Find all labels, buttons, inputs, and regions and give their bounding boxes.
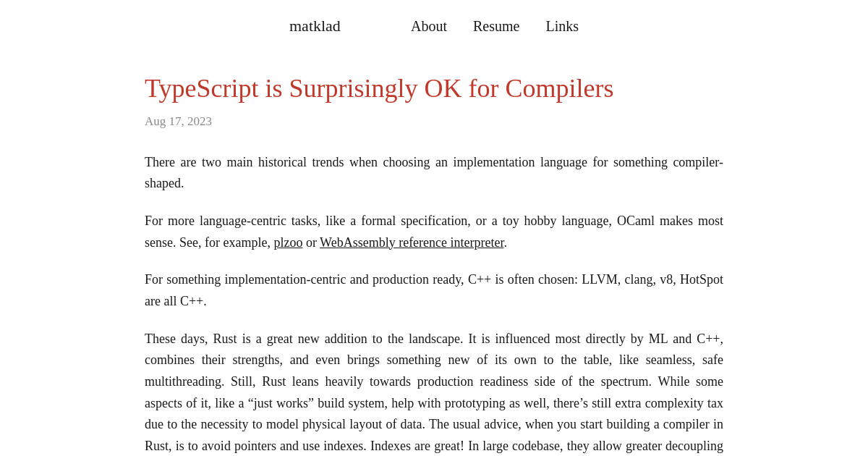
nav-about[interactable]: About [411, 14, 447, 38]
plzoo-link[interactable]: plzoo [273, 235, 302, 250]
site-logo[interactable]: matklad [289, 13, 341, 38]
paragraph-2: For more language-centric tasks, like a … [145, 211, 723, 253]
p2-text-middle: or [302, 235, 320, 250]
nav-resume[interactable]: Resume [473, 14, 519, 38]
article: TypeScript is Surprisingly OK for Compil… [145, 51, 723, 456]
paragraph-1: There are two main historical trends whe… [145, 152, 723, 195]
wasm-link[interactable]: WebAssembly reference interpreter [320, 235, 503, 250]
article-title: TypeScript is Surprisingly OK for Compil… [145, 73, 723, 104]
p2-text-after: . [504, 235, 508, 250]
article-date: Aug 17, 2023 [145, 111, 723, 131]
paragraph-4: These days, Rust is a great new addition… [145, 329, 723, 456]
paragraph-3: For something implementation-centric and… [145, 269, 723, 312]
article-body: There are two main historical trends whe… [145, 152, 723, 456]
main-nav: About Resume Links [411, 14, 579, 38]
nav-links[interactable]: Links [545, 14, 579, 38]
